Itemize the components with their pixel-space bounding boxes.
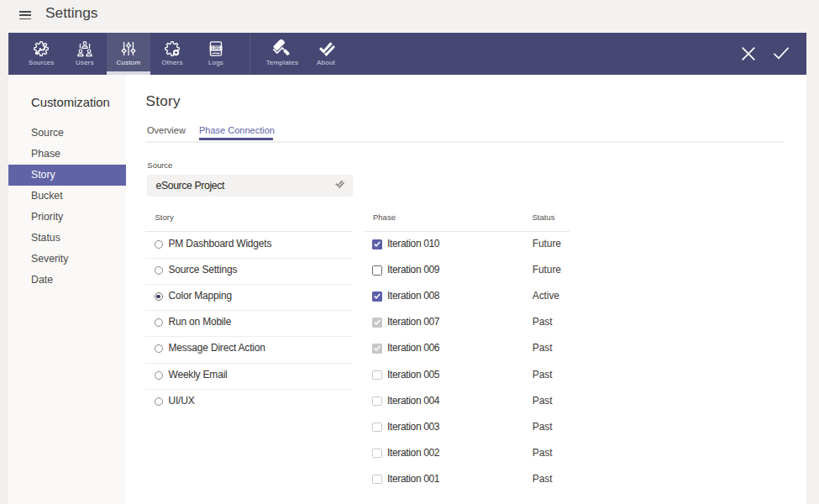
svg-text:LOG: LOG bbox=[212, 46, 220, 50]
